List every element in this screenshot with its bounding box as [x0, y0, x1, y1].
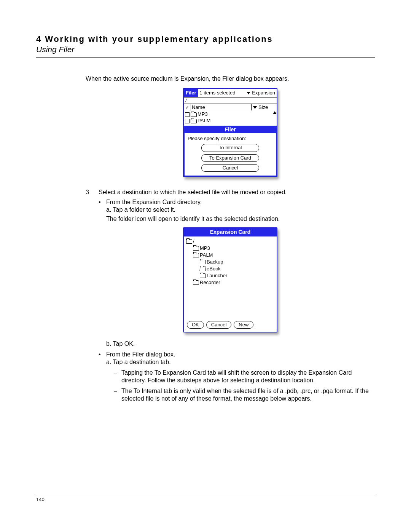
tree-item-label: Backup [207, 259, 223, 265]
list-item[interactable]: PALM [184, 118, 277, 124]
column-size[interactable]: Size [251, 104, 277, 110]
bullet-text: From the Filer dialog box. [106, 351, 175, 358]
medium-dropdown[interactable]: Expansion [247, 90, 277, 96]
bullet-text: From the Expansion Card directory. [106, 198, 202, 206]
tree-item-label: PALM [200, 252, 213, 259]
substep-a2: a. Tap a destination tab. [86, 358, 375, 366]
folder-icon [200, 273, 206, 278]
header-rule [36, 57, 375, 58]
tree-item-label: Launcher [207, 272, 227, 279]
section-title: Using Filer [36, 45, 375, 54]
tree-item[interactable]: Backup [186, 259, 274, 265]
scroll-up-icon[interactable] [273, 111, 277, 114]
folder-icon [186, 239, 192, 244]
folder-icon [193, 246, 199, 251]
folder-icon [191, 112, 197, 117]
step-number: 3 [86, 189, 99, 196]
checkbox-icon [185, 119, 190, 123]
to-internal-button[interactable]: To Internal [201, 144, 259, 152]
checkmark-icon: ✓ [185, 105, 189, 110]
tree-item-label: eBook [207, 265, 221, 272]
select-all-checkbox[interactable]: ✓ [184, 104, 191, 111]
substep-a-note: The folder icon will open to identify it… [86, 215, 375, 223]
tree-item[interactable]: Recorder [186, 279, 274, 286]
intro-paragraph: When the active source medium is Expansi… [86, 75, 375, 83]
filer-dialog-screenshot: Filer 1 items selected Expansion / ✓ Nam… [183, 88, 277, 177]
tree-item-label: Recorder [200, 279, 220, 286]
dialog-title: Expansion Card [184, 228, 277, 236]
list-item-label: MP3 [198, 111, 208, 117]
dialog-title: Filer [184, 126, 277, 133]
tree-item-label: / [193, 238, 194, 245]
folder-icon [200, 260, 206, 264]
substep-b: b. Tap OK. [86, 340, 375, 348]
new-button[interactable]: New [234, 321, 253, 329]
tree-item[interactable]: PALM [186, 252, 274, 259]
to-expansion-button[interactable]: To Expansion Card [201, 154, 259, 162]
tree-item[interactable]: Launcher [186, 272, 274, 279]
footer-rule [36, 494, 375, 494]
size-label: Size [258, 104, 268, 110]
ok-button[interactable]: OK [187, 321, 204, 329]
checkbox-icon [185, 112, 190, 117]
tree-item[interactable]: eBook [186, 265, 274, 272]
selection-status: 1 items selected [198, 90, 247, 96]
substep-a: a. Tap a folder to select it. [86, 206, 375, 214]
chevron-down-icon [247, 92, 250, 94]
page-number: 140 [36, 497, 375, 502]
medium-label: Expansion [252, 90, 275, 96]
dialog-prompt: Please specify destination: [188, 136, 273, 142]
dash-text: The To Internal tab is only valid when t… [121, 387, 375, 403]
folder-icon [191, 119, 197, 123]
column-name[interactable]: Name [191, 104, 251, 110]
folder-icon [193, 280, 199, 285]
dash-icon: – [114, 387, 121, 403]
tree-item[interactable]: MP3 [186, 245, 274, 252]
folder-icon [193, 253, 199, 257]
chevron-down-icon [253, 106, 257, 109]
cancel-button[interactable]: Cancel [206, 321, 231, 329]
list-item-label: PALM [198, 118, 210, 124]
expansion-card-screenshot: Expansion Card /MP3PALMBackupeBookLaunch… [183, 227, 277, 332]
tree-item-label: MP3 [200, 245, 210, 252]
chapter-title: 4 Working with your supplementary applic… [36, 34, 375, 44]
list-item[interactable]: MP3 [184, 111, 277, 118]
path-row: / [184, 97, 277, 104]
dash-icon: – [114, 369, 121, 384]
dash-text: Tapping the To Expansion Card tab will s… [121, 369, 375, 384]
filer-app-tag: Filer [184, 89, 198, 97]
step-text: Select a destination to which the select… [99, 189, 375, 196]
bullet-icon: • [99, 198, 106, 206]
cancel-button[interactable]: Cancel [201, 164, 259, 172]
bullet-icon: • [99, 351, 106, 358]
tree-item[interactable]: / [186, 238, 274, 245]
folder-open-icon [199, 267, 206, 271]
folder-tree: /MP3PALMBackupeBookLauncherRecorder [184, 236, 277, 320]
